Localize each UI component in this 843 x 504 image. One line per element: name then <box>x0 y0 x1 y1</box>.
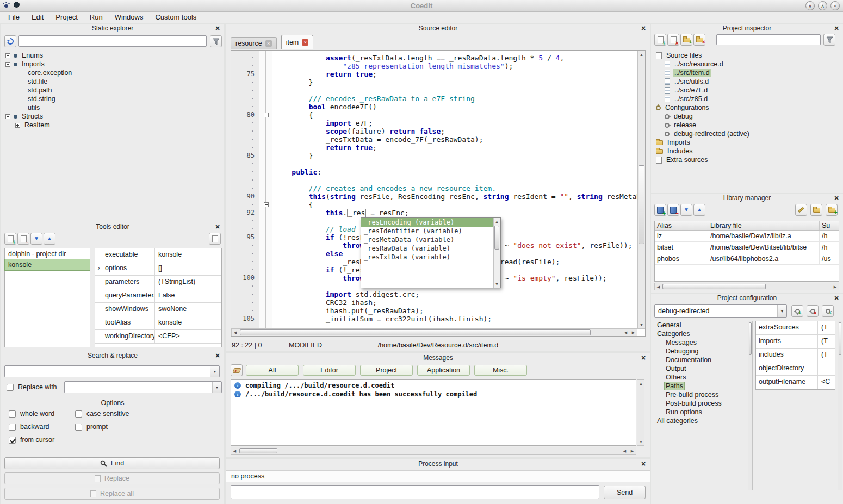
code-line[interactable]: · /// encodes _resRawData to a e7F strin… <box>231 95 637 103</box>
close-panel-icon[interactable]: × <box>214 223 221 231</box>
code-line[interactable]: 85 } <box>231 152 637 160</box>
close-panel-icon[interactable]: × <box>640 460 647 468</box>
tool-item-dolphin-project-dir[interactable]: dolphin - project dir <box>5 248 90 259</box>
scroll-right-icon[interactable]: ▶ <box>630 329 637 336</box>
prop-row-outputfilename[interactable]: outputFilename<C <box>756 376 835 389</box>
close-panel-icon[interactable]: × <box>640 24 647 33</box>
prop-row-executable[interactable]: executablekonsole <box>95 248 221 262</box>
tree-item-src-resource-d[interactable]: ../src/resource.d <box>651 60 843 69</box>
library-from-project-button[interactable]: + <box>826 204 838 216</box>
checkbox[interactable] <box>75 424 82 431</box>
prop-row-workingdirectory[interactable]: workingDirectory<CFP> <box>95 330 221 344</box>
tree-item-messages[interactable]: Messages <box>651 338 747 347</box>
tree-item-src-e7f-d[interactable]: ../src/e7F.d <box>651 86 843 95</box>
add-folder-button[interactable]: + <box>680 34 692 46</box>
close-panel-icon[interactable]: × <box>833 24 840 33</box>
checkbox[interactable] <box>9 437 16 444</box>
scrollbar-thumb[interactable] <box>239 448 277 453</box>
prop-row-parameters[interactable]: parameters(TStringList) <box>95 276 221 289</box>
filter-button[interactable] <box>210 35 222 47</box>
expand-icon[interactable] <box>5 114 10 119</box>
completion-item-residentifier-variable[interactable]: _resIdentifier (variable) <box>361 227 493 235</box>
move-library-up-button[interactable]: ▲ <box>693 204 705 216</box>
configuration-selector[interactable]: debug-redirected▼ <box>654 304 787 318</box>
chevron-down-icon[interactable]: ▼ <box>777 305 786 317</box>
prop-row-showwindows[interactable]: showWindowsswoNone <box>95 303 221 316</box>
clone-configuration-button[interactable]: + <box>822 305 834 317</box>
code-line[interactable]: · scope(failure) return false; <box>231 127 637 135</box>
prop-value[interactable]: (T <box>818 321 835 334</box>
tab-item[interactable]: item× <box>281 35 314 49</box>
tree-item-resitem[interactable]: ResItem <box>1 121 224 129</box>
tree-item-run-options[interactable]: Run options <box>651 408 747 416</box>
categories-scrollbar[interactable] <box>748 321 753 490</box>
code-line[interactable]: · return true; <box>231 144 637 152</box>
tree-item-source-files[interactable]: Source files <box>651 51 843 60</box>
library-row-bitset[interactable]: bitset/home/basile/Dev/Bitset/lib/bitse/… <box>655 242 839 253</box>
code-line[interactable]: · CRC32 ihash; <box>231 298 637 307</box>
prop-value[interactable]: <C <box>818 376 835 389</box>
menu-file[interactable]: File <box>2 12 26 23</box>
add-library-button[interactable]: + <box>654 204 666 216</box>
tree-item-includes[interactable]: Includes <box>651 147 843 155</box>
prop-value[interactable]: (T <box>818 335 835 348</box>
scroll-left-icon[interactable]: ◀ <box>231 447 238 455</box>
symbol-search-input[interactable] <box>18 35 207 47</box>
tree-item-categories[interactable]: Categories <box>651 329 747 338</box>
message-row[interactable]: icompiling /.../build/resource.d.coedit <box>231 381 636 390</box>
code-line[interactable]: · import e7F; <box>231 119 637 127</box>
scroll-left-icon[interactable]: ◀ <box>621 447 628 455</box>
tree-item-src-utils-d[interactable]: ../src/utils.d <box>651 77 843 86</box>
code-line[interactable]: · <box>231 176 637 184</box>
tree-item-extra-sources[interactable]: Extra sources <box>651 155 843 164</box>
checkbox[interactable] <box>9 410 16 418</box>
add-source-button[interactable]: + <box>654 34 666 46</box>
filter-editor-button[interactable]: Editor <box>303 365 356 376</box>
scroll-up-icon[interactable]: ▲ <box>638 51 645 58</box>
close-button[interactable]: × <box>830 1 840 10</box>
option-from-cursor[interactable]: from cursor <box>9 436 54 444</box>
library-horizontal-scrollbar[interactable]: ◀ ▶ <box>654 283 839 290</box>
code-line[interactable]: · ihash.put(_resRawData); <box>231 307 637 315</box>
close-panel-icon[interactable]: × <box>214 24 221 33</box>
tree-item-debug[interactable]: debug <box>651 112 843 121</box>
expand-icon[interactable] <box>5 53 10 58</box>
scrollbar-thumb[interactable] <box>839 322 841 355</box>
prop-row-objectdirectory[interactable]: objectDirectory <box>756 362 835 376</box>
edit-tool-button[interactable] <box>209 233 221 245</box>
message-options-button[interactable] <box>231 364 243 376</box>
scroll-down-icon[interactable]: ▼ <box>638 321 645 328</box>
tree-item-debug-redirected-active[interactable]: debug-redirected (active) <box>651 129 843 138</box>
tree-item-enums[interactable]: Enums <box>1 51 224 60</box>
prop-value[interactable]: swoNone <box>155 303 221 316</box>
prop-row-imports[interactable]: imports(T <box>756 335 835 349</box>
properties-scrollbar[interactable] <box>838 321 842 490</box>
scroll-up-icon[interactable]: ▲ <box>637 380 644 387</box>
tree-item-structs[interactable]: Structs <box>1 112 224 121</box>
menu-project[interactable]: Project <box>49 12 83 23</box>
collapse-icon[interactable] <box>5 62 10 67</box>
scrollbar-thumb[interactable] <box>240 329 591 335</box>
code-line[interactable]: · /// creates and encodes a new resource… <box>231 184 637 192</box>
column-header-alias[interactable]: Alias <box>655 221 708 230</box>
scroll-right-icon[interactable]: ▶ <box>629 447 636 455</box>
refresh-button[interactable] <box>4 35 16 47</box>
library-row-phobos[interactable]: phobos/usr/lib64/libphobos2.a/us <box>655 253 839 265</box>
menu-custom-tools[interactable]: Custom tools <box>149 12 202 23</box>
remove-configuration-button[interactable]: × <box>807 305 819 317</box>
message-row[interactable]: i/.../build/resource.d.coedit has been s… <box>231 390 636 399</box>
scrollbar-thumb[interactable] <box>494 226 499 250</box>
column-header-library-file[interactable]: Library file <box>708 221 820 230</box>
code-editor[interactable]: · assert(_resTxtData.length == _resRawDa… <box>231 50 646 337</box>
completion-scrollbar[interactable]: ▲ ▼ <box>493 218 500 288</box>
checkbox[interactable] <box>9 424 16 431</box>
code-line[interactable]: · } <box>231 78 637 86</box>
remove-folder-button[interactable]: × <box>693 34 705 46</box>
scrollbar-thumb[interactable] <box>639 165 644 244</box>
completion-item-resencoding-variable[interactable]: _resEncoding (variable) <box>361 218 493 227</box>
fold-icon[interactable] <box>264 202 269 207</box>
option-whole-word[interactable]: whole word <box>9 410 54 418</box>
prop-value[interactable]: (TStringList) <box>155 276 221 289</box>
tree-item-std-path[interactable]: std.path <box>1 86 224 95</box>
menu-edit[interactable]: Edit <box>26 12 49 23</box>
